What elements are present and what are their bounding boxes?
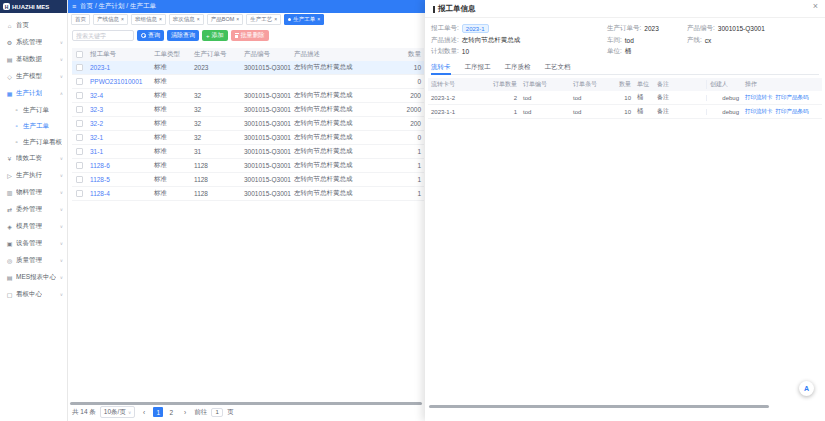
field-label: 产品编号: <box>687 24 715 33</box>
table-row[interactable]: 32-1标准323001015-Q3001左转向节总杆黄总成0 <box>72 131 424 145</box>
table-row[interactable]: 1128-6标准11283001015-Q3001左转向节总杆黄总成1 <box>72 159 424 173</box>
row-select-cell[interactable] <box>72 134 87 141</box>
row-select-cell[interactable] <box>72 176 87 183</box>
close-icon[interactable]: × <box>317 17 320 22</box>
sidebar-item-production-execution[interactable]: ▷生产执行∨ <box>0 167 67 184</box>
row-select-cell[interactable] <box>72 162 87 169</box>
field-value-tag[interactable]: 2023-1 <box>462 24 489 33</box>
sidebar-item-quality[interactable]: ◎质量管理∨ <box>0 252 67 269</box>
select-all-cell[interactable] <box>72 51 87 58</box>
sidebar-item-home[interactable]: ⌂首页 <box>0 17 67 34</box>
table-row[interactable]: 31-1标准313001015-Q3001左转向节总杆黄总成1 <box>72 145 424 159</box>
outsource-icon: ⇄ <box>6 206 13 213</box>
sidebar-item-production-order[interactable]: ▫生产订单 <box>0 102 67 118</box>
sidebar-item-board-center[interactable]: ▢看板中心∨ <box>0 286 67 303</box>
sidebar-item-piecework-wage[interactable]: ¥绩效工资∨ <box>0 150 67 167</box>
checkbox[interactable] <box>76 176 83 183</box>
sidebar-item-mold[interactable]: ◈模具管理∨ <box>0 218 67 235</box>
horizontal-scrollbar[interactable] <box>70 402 422 405</box>
add-button[interactable]: + 添加 <box>202 30 228 41</box>
checkbox[interactable] <box>76 51 83 58</box>
row-select-cell[interactable] <box>72 64 87 71</box>
page-button-1[interactable]: 1 <box>153 407 163 417</box>
table-row[interactable]: 1128-5标准11283001015-Q3001左转向节总杆黄总成1 <box>72 173 424 187</box>
cell-report-no[interactable]: 1128-4 <box>87 190 151 197</box>
page-tag-product-bom[interactable]: 产品BOM× <box>207 14 243 25</box>
page-tag-shift-info[interactable]: 班次信息× <box>169 14 204 25</box>
table-row[interactable]: 32-4标准323001015-Q3001左转向节总杆黄总成200 <box>72 89 424 103</box>
cell-report-no[interactable]: 32-2 <box>87 120 151 127</box>
jump-page-input[interactable] <box>211 408 223 417</box>
print-flow-card-link[interactable]: 打印流转卡 <box>745 108 773 115</box>
checkbox[interactable] <box>76 92 83 99</box>
cell-order-type: 标准 <box>151 133 191 142</box>
row-select-cell[interactable] <box>72 106 87 113</box>
drawer-horizontal-scrollbar[interactable] <box>429 405 769 408</box>
drawer-tab-flow-card[interactable]: 流转卡 <box>431 60 451 74</box>
checkbox[interactable] <box>76 162 83 169</box>
page-tag-production-craft[interactable]: 生产工艺× <box>246 14 281 25</box>
close-icon[interactable]: × <box>274 17 277 22</box>
row-select-cell[interactable] <box>72 92 87 99</box>
row-select-cell[interactable] <box>72 120 87 127</box>
cell-report-no[interactable]: 1128-6 <box>87 162 151 169</box>
sidebar-item-production-model[interactable]: ◇生产模型∨ <box>0 68 67 85</box>
cell-report-no[interactable]: PPWO231010001 <box>87 78 151 85</box>
prev-page-button[interactable]: ‹ <box>139 407 149 417</box>
cell-report-no[interactable]: 32-3 <box>87 106 151 113</box>
close-icon[interactable]: × <box>236 17 239 22</box>
floating-action-button[interactable]: A <box>799 381 814 396</box>
next-page-button[interactable]: › <box>180 407 190 417</box>
sidebar-item-system[interactable]: ⚙系统管理∨ <box>0 34 67 51</box>
close-icon[interactable]: × <box>813 2 818 11</box>
cell-report-no[interactable]: 31-1 <box>87 148 151 155</box>
row-select-cell[interactable] <box>72 190 87 197</box>
batch-delete-button[interactable]: 批量删除 <box>231 30 269 41</box>
page-size-select[interactable]: 10条/页 ∨ <box>100 406 135 418</box>
table-row[interactable]: 2023-1标准20233001015-Q3001左转向节总杆黄总成10 <box>72 61 424 75</box>
print-flow-card-link[interactable]: 打印流转卡 <box>745 94 773 101</box>
hamburger-icon[interactable]: ≡ <box>72 3 76 10</box>
table-row[interactable]: 1128-4标准11283001015-Q3001左转向节总杆黄总成1 <box>72 187 424 201</box>
table-row[interactable]: 32-3标准323001015-Q3001左转向节总杆黄总成2000 <box>72 103 424 117</box>
close-icon[interactable]: × <box>197 17 200 22</box>
page-tag-team-info[interactable]: 班组信息× <box>131 14 166 25</box>
sidebar-item-outsourcing[interactable]: ⇄委外管理∨ <box>0 201 67 218</box>
print-product-barcode-link[interactable]: 打印产品条码 <box>776 94 809 101</box>
close-icon[interactable]: × <box>121 17 124 22</box>
sidebar-item-production-plan[interactable]: ▦生产计划∧ <box>0 85 67 102</box>
clear-search-button[interactable]: 清除查询 <box>167 30 199 41</box>
cell-report-no[interactable]: 1128-5 <box>87 176 151 183</box>
checkbox[interactable] <box>76 120 83 127</box>
sidebar-item-production-workorder[interactable]: ▫生产工单 <box>0 118 67 134</box>
sidebar-item-material[interactable]: ▥物料管理∨ <box>0 184 67 201</box>
page-tag-home[interactable]: 首页 <box>71 14 90 25</box>
search-input[interactable] <box>72 30 134 41</box>
cell-report-no[interactable]: 32-1 <box>87 134 151 141</box>
print-product-barcode-link[interactable]: 打印产品条码 <box>776 108 809 115</box>
row-select-cell[interactable] <box>72 148 87 155</box>
drawer-tab-craft-doc[interactable]: 工艺文档 <box>545 60 571 74</box>
page-tag-production-workorder[interactable]: 生产工单× <box>284 14 324 25</box>
page-tag-line-info[interactable]: 产线信息× <box>93 14 128 25</box>
row-select-cell[interactable] <box>72 78 87 85</box>
sidebar-item-basic-data[interactable]: ▤基础数据∨ <box>0 51 67 68</box>
checkbox[interactable] <box>76 106 83 113</box>
checkbox[interactable] <box>76 134 83 141</box>
page-button-2[interactable]: 2 <box>166 407 176 417</box>
sidebar-item-mes-report-center[interactable]: ▤MES报表中心∨ <box>0 269 67 286</box>
cell-report-no[interactable]: 2023-1 <box>87 64 151 71</box>
table-row[interactable]: PPWO231010001标准0 <box>72 75 424 89</box>
checkbox[interactable] <box>76 148 83 155</box>
table-row[interactable]: 32-2标准323001015-Q3001左转向节总杆黄总成200 <box>72 117 424 131</box>
checkbox[interactable] <box>76 78 83 85</box>
drawer-tab-process-report[interactable]: 工序报工 <box>465 60 491 74</box>
drawer-tab-process-inspect[interactable]: 工序质检 <box>505 60 531 74</box>
sidebar-item-equipment[interactable]: ▣设备管理∨ <box>0 235 67 252</box>
close-icon[interactable]: × <box>159 17 162 22</box>
checkbox[interactable] <box>76 64 83 71</box>
checkbox[interactable] <box>76 190 83 197</box>
sidebar-item-production-order-board[interactable]: ▫生产订单看板 <box>0 134 67 150</box>
cell-report-no[interactable]: 32-4 <box>87 92 151 99</box>
search-button[interactable]: 查询 <box>137 30 164 41</box>
